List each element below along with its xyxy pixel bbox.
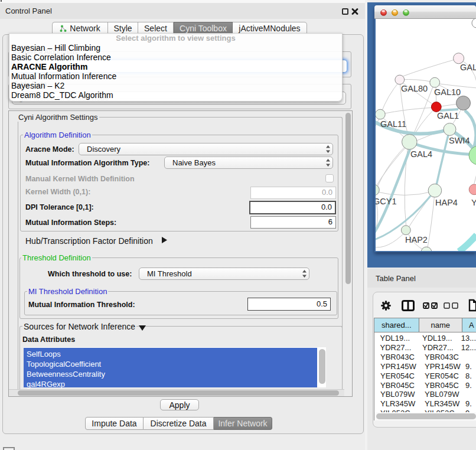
svg-text:GAL1: GAL1: [437, 111, 459, 120]
svg-text:GCY1: GCY1: [376, 197, 397, 206]
svg-text:HAP2: HAP2: [405, 235, 428, 244]
svg-text:YMR: YMR: [471, 198, 476, 207]
svg-text:GAL10: GAL10: [434, 87, 461, 97]
svg-text:GAL7: GAL7: [460, 63, 476, 72]
svg-text:GAL11: GAL11: [380, 119, 406, 129]
svg-text:SWI4: SWI4: [449, 136, 470, 145]
svg-text:GAL80: GAL80: [401, 84, 428, 93]
svg-text:GAL4: GAL4: [410, 149, 432, 159]
svg-text:HAP4: HAP4: [435, 198, 458, 207]
